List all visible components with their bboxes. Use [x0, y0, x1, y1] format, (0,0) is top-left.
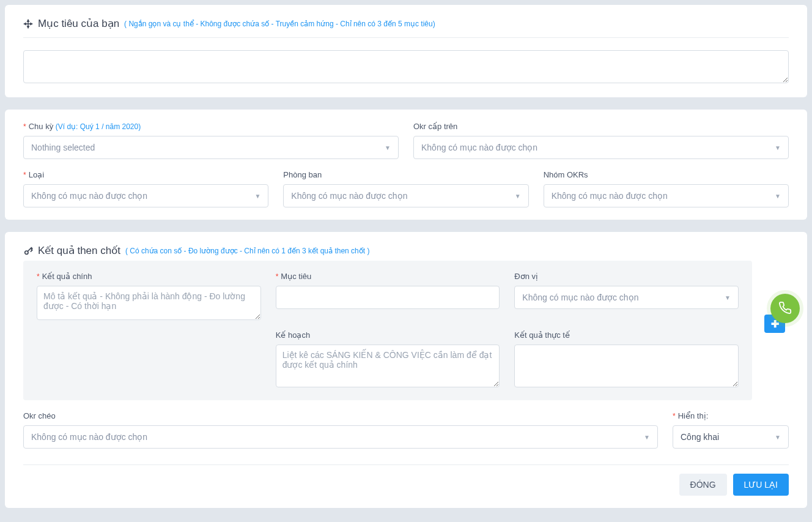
- objective-card: Mục tiêu của bạn ( Ngắn gọn và cụ thể - …: [5, 5, 807, 97]
- cross-okr-select[interactable]: Không có mục nào được chọn ▼: [23, 425, 658, 449]
- chevron-down-icon: ▼: [385, 144, 391, 151]
- chevron-down-icon: ▼: [725, 294, 731, 301]
- department-label: Phòng ban: [283, 170, 528, 179]
- key-icon: [23, 246, 33, 256]
- objective-input[interactable]: [23, 50, 789, 83]
- parent-okr-label: Okr cấp trên: [413, 122, 789, 131]
- plan-label: Kế hoạch: [276, 330, 500, 340]
- cycle-select-value: Nothing selected: [31, 143, 95, 152]
- unit-label: Đơn vị: [514, 272, 739, 281]
- move-icon: [23, 19, 33, 29]
- key-results-card: Kết quả then chốt ( Có chứa con số - Đo …: [5, 232, 807, 508]
- close-button[interactable]: ĐÓNG: [679, 474, 727, 496]
- modal-footer: ĐÓNG LƯU LẠI: [23, 474, 789, 496]
- chevron-down-icon: ▼: [775, 193, 781, 199]
- objective-hint: ( Ngắn gọn và cụ thể - Không được chứa s…: [124, 20, 435, 28]
- visibility-value: Công khai: [681, 432, 719, 442]
- key-result-item: Kết quả chính Mục tiêu Đơn vị Không có m…: [23, 261, 752, 400]
- department-value: Không có mục nào được chọn: [291, 191, 407, 201]
- meta-card: Chu kỳ (Ví dụ: Quý 1 / năm 2020) Nothing…: [5, 110, 807, 220]
- key-results-hint: ( Có chứa con số - Đo lường được - Chỉ n…: [125, 247, 370, 255]
- key-results-header: Kết quả then chốt ( Có chứa con số - Đo …: [23, 244, 789, 261]
- okr-group-select[interactable]: Không có mục nào được chọn ▼: [544, 184, 789, 207]
- type-select[interactable]: Không có mục nào được chọn ▼: [23, 184, 268, 207]
- visibility-select[interactable]: Công khai ▼: [673, 425, 789, 449]
- actual-input[interactable]: [514, 345, 739, 387]
- cross-okr-label: Okr chéo: [23, 411, 658, 420]
- actual-label: Kết quả thực tế: [514, 330, 739, 340]
- kr-label: Kết quả chính: [37, 272, 261, 281]
- phone-fab[interactable]: [770, 294, 800, 323]
- cross-okr-value: Không có mục nào được chọn: [31, 432, 147, 442]
- divider: [23, 464, 789, 465]
- target-input[interactable]: [276, 286, 500, 309]
- unit-value: Không có mục nào được chọn: [522, 293, 638, 302]
- phone-icon: [778, 301, 792, 316]
- chevron-down-icon: ▼: [515, 193, 521, 199]
- okr-group-value: Không có mục nào được chọn: [552, 191, 668, 201]
- kr-description-input[interactable]: [37, 286, 261, 320]
- save-button[interactable]: LƯU LẠI: [733, 474, 789, 496]
- cycle-label: Chu kỳ (Ví dụ: Quý 1 / năm 2020): [23, 122, 399, 131]
- parent-okr-value: Không có mục nào được chọn: [421, 143, 537, 152]
- type-value: Không có mục nào được chọn: [31, 191, 147, 201]
- visibility-label: Hiển thị:: [673, 411, 789, 420]
- chevron-down-icon: ▼: [254, 193, 260, 199]
- plan-input[interactable]: [276, 345, 500, 387]
- objective-header: Mục tiêu của bạn ( Ngắn gọn và cụ thể - …: [23, 17, 789, 38]
- chevron-down-icon: ▼: [644, 434, 650, 441]
- department-select[interactable]: Không có mục nào được chọn ▼: [283, 184, 528, 207]
- objective-title: Mục tiêu của bạn: [38, 17, 119, 30]
- chevron-down-icon: ▼: [775, 144, 781, 151]
- cycle-select[interactable]: Nothing selected ▼: [23, 136, 399, 159]
- key-results-title: Kết quả then chốt: [38, 244, 120, 257]
- unit-select[interactable]: Không có mục nào được chọn ▼: [514, 286, 739, 309]
- type-label: Loại: [23, 170, 268, 179]
- target-label: Mục tiêu: [276, 272, 500, 281]
- okr-group-label: Nhóm OKRs: [544, 170, 789, 179]
- parent-okr-select[interactable]: Không có mục nào được chọn ▼: [413, 136, 789, 159]
- chevron-down-icon: ▼: [775, 434, 781, 441]
